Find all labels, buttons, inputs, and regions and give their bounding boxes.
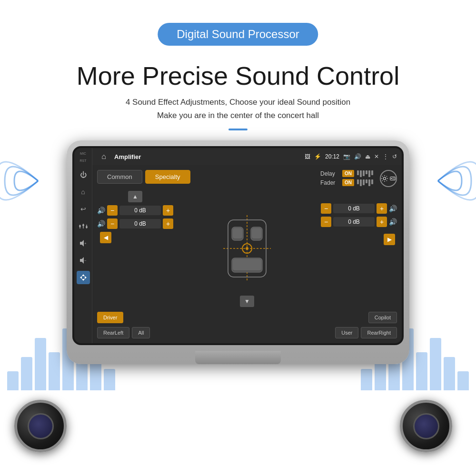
speakers-row (0, 390, 476, 462)
svg-point-16 (391, 178, 392, 179)
head-unit: MIC RST ⏻ ⌂ ↩ (67, 140, 409, 364)
position-buttons-row: Driver Copilot (97, 312, 397, 323)
app-title: Amplifier (114, 153, 301, 160)
pos-rearright[interactable]: RearRight (361, 327, 397, 338)
sidebar-home-icon[interactable]: ⌂ (77, 185, 90, 198)
sound-waves-left-svg (0, 133, 57, 228)
svg-marker-11 (82, 279, 85, 281)
down-arrow-button[interactable]: ▼ (240, 296, 254, 307)
svg-rect-26 (252, 228, 261, 238)
speaker-rr-icon: 🔊 (389, 218, 397, 226)
db-minus-rr[interactable]: − (321, 217, 331, 227)
db-plus-rl[interactable]: + (163, 218, 173, 229)
image-icon: 🖼 (305, 153, 310, 160)
up-arrow-area: ▲ (97, 191, 173, 202)
delay-fader-controls: Delay ON (320, 170, 373, 186)
db-row-bottom-right: − 0 dB + 🔊 (321, 217, 397, 227)
db-row-top-left: 🔊 − 0 dB + (97, 205, 173, 216)
left-arrow-button[interactable]: ◀ (100, 232, 111, 243)
db-minus-rl[interactable]: − (107, 218, 118, 229)
fader-row: Fader ON (320, 179, 373, 186)
sidebar-arrows-icon[interactable] (77, 271, 90, 284)
up-arrow-button[interactable]: ▲ (128, 191, 142, 202)
mid-section: ▲ 🔊 − 0 dB + (97, 191, 397, 308)
db-row-bottom-left: 🔊 − 0 dB + (97, 218, 173, 229)
tab-group: Common Specialty (97, 170, 190, 184)
screen-bezel: MIC RST ⏻ ⌂ ↩ (72, 146, 404, 345)
rst-label: RST (80, 159, 87, 162)
screen: MIC RST ⏻ ⌂ ↩ (74, 148, 402, 343)
sidebar-vol-down-icon[interactable]: − (77, 254, 90, 267)
svg-point-14 (383, 177, 386, 179)
delay-label: Delay (320, 170, 339, 177)
db-row-top-right: − 0 dB + 🔊 (321, 203, 397, 214)
subtitle-line1: 4 Sound Effect Adjustments, Choose your … (48, 96, 428, 109)
status-icons: 📷 🔊 ⏏ ✕ ⋮ ↺ (343, 153, 397, 160)
speaker-rl-icon: 🔊 (97, 220, 105, 228)
db-plus-fr[interactable]: + (377, 203, 387, 214)
accent-line (228, 129, 248, 130)
svg-point-3 (82, 224, 84, 226)
title-section: More Precise Sound Control 4 Sound Effec… (48, 62, 428, 122)
usb-icon: ⚡ (314, 153, 321, 160)
db-value-fl: 0 dB (119, 206, 161, 215)
car-svg (218, 210, 276, 287)
mic-label: MIC (80, 152, 86, 155)
svg-text:−: − (84, 258, 87, 263)
top-bar: ⌂ Amplifier 🖼 ⚡ 20:12 📷 🔊 ⏏ ✕ ⋮ (92, 148, 402, 165)
device-container: MIC RST ⏻ ⌂ ↩ (67, 140, 409, 364)
speaker-left-inner (28, 413, 54, 439)
dsp-badge: Digital Sound Processor (158, 23, 318, 46)
tab-specialty[interactable]: Specialty (145, 170, 190, 184)
svg-marker-6 (80, 240, 84, 247)
camera-icon: 📷 (343, 153, 350, 160)
svg-marker-10 (82, 274, 85, 276)
pos-user[interactable]: User (335, 327, 358, 338)
pos-all[interactable]: All (132, 327, 150, 338)
db-plus-fl[interactable]: + (163, 205, 173, 216)
head-unit-stand (195, 351, 281, 364)
sidebar-eq-icon[interactable] (77, 219, 90, 233)
pos-driver[interactable]: Driver (97, 312, 123, 323)
right-arrow-button[interactable]: ▶ (384, 234, 395, 245)
pos-copilot[interactable]: Copilot (368, 312, 397, 323)
speaker-fr-icon: 🔊 (389, 205, 397, 212)
speaker-right (400, 400, 462, 462)
sidebar-back-icon[interactable]: ↩ (77, 202, 90, 216)
sidebar-vol-up-icon[interactable]: + (77, 237, 90, 250)
svg-marker-8 (80, 257, 84, 264)
speaker-fl-icon: 🔊 (97, 207, 105, 214)
db-value-rl: 0 dB (119, 219, 161, 228)
back-icon: ↺ (392, 153, 397, 160)
svg-marker-12 (80, 276, 82, 279)
tab-common[interactable]: Common (97, 170, 142, 184)
position-buttons-row2: RearLeft All User RearRight (97, 327, 397, 338)
db-minus-fr[interactable]: − (321, 203, 331, 214)
car-diagram: ▼ (177, 191, 317, 308)
volume-icon: 🔊 (354, 153, 361, 160)
subtitle: 4 Sound Effect Adjustments, Choose your … (48, 96, 428, 121)
db-plus-rr[interactable]: + (377, 217, 387, 227)
right-arrow-area: ▶ (321, 234, 397, 245)
home-button[interactable]: ⌂ (97, 150, 110, 163)
pos-rearleft[interactable]: RearLeft (97, 327, 129, 338)
speaker-right-inner (413, 413, 439, 439)
main-title: More Precise Sound Control (48, 62, 428, 90)
svg-point-5 (86, 226, 88, 228)
speaker-left (14, 400, 76, 462)
svg-rect-28 (233, 259, 261, 270)
sound-waves-right-svg (419, 133, 476, 228)
settings-button[interactable] (380, 170, 397, 187)
sidebar-power-icon[interactable]: ⏻ (77, 168, 90, 181)
delay-toggle[interactable]: ON (342, 170, 354, 177)
speaker-right-circle (400, 400, 452, 452)
left-arrow-area: ◀ (97, 232, 173, 243)
delay-slider (357, 170, 373, 177)
fader-toggle[interactable]: ON (342, 179, 354, 186)
time-display: 20:12 (325, 153, 339, 160)
badge-text: Digital Sound Processor (177, 28, 299, 40)
main-content: ⌂ Amplifier 🖼 ⚡ 20:12 📷 🔊 ⏏ ✕ ⋮ (92, 148, 402, 343)
db-minus-fl[interactable]: − (107, 205, 118, 216)
svg-point-22 (246, 247, 248, 250)
svg-marker-13 (85, 276, 87, 279)
